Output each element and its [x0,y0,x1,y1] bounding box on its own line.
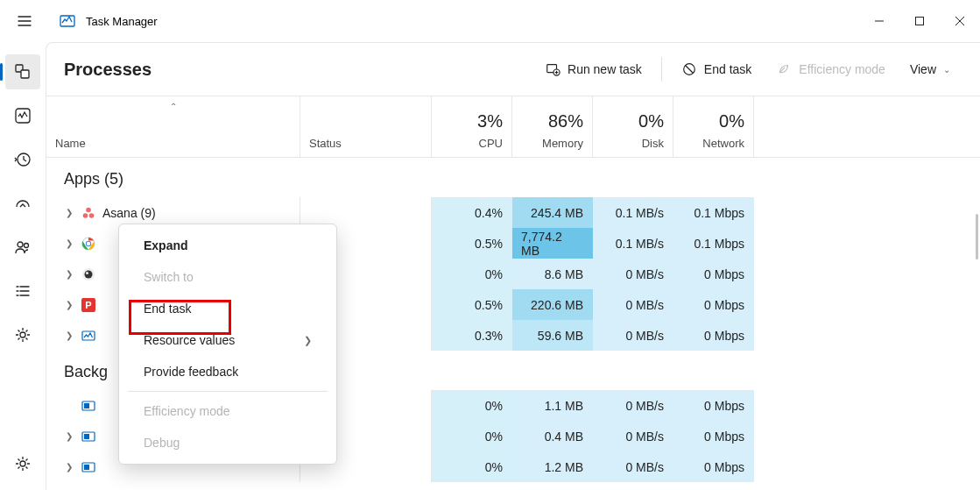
view-dropdown[interactable]: View ⌄ [898,57,962,82]
expander-icon[interactable]: ❯ [66,238,74,248]
col-header-status[interactable]: Status [300,96,432,157]
close-button[interactable] [940,7,980,35]
disk-cell: 0 MB/s [593,320,673,351]
svg-point-13 [86,207,91,212]
title-bar: Task Manager [0,0,980,42]
memory-cell: 1.2 MB [512,451,593,482]
nav-rail [0,42,46,490]
run-new-task-button[interactable]: Run new task [532,56,654,82]
cpu-cell: 0% [432,421,512,451]
process-icon [81,430,95,444]
ctx-end-task[interactable]: End task [119,293,336,324]
ctx-debug: Debug [119,427,336,458]
sort-ascending-icon: ⌃ [170,102,177,111]
network-cell: 0 Mbps [673,451,754,482]
nav-users[interactable] [5,230,40,265]
run-new-task-label: Run new task [568,62,642,76]
ctx-resource-values-label: Resource values [144,333,235,347]
network-cell: 0.1 Mbps [673,197,754,228]
ctx-resource-values[interactable]: Resource values ❯ [119,324,336,356]
nav-startup[interactable] [5,186,40,221]
process-name: Asana (9) [102,206,156,220]
ctx-expand-label: Expand [144,238,188,252]
svg-point-8 [20,332,25,337]
history-icon [14,151,32,168]
hamburger-menu-button[interactable] [7,4,42,39]
minimize-icon [874,16,885,26]
col-memory-label: Memory [542,137,583,150]
col-header-name[interactable]: ⌃ Name [46,96,300,157]
details-icon [14,282,32,300]
svg-text:P: P [85,300,91,310]
efficiency-mode-label: Efficiency mode [799,62,885,76]
app-icon [60,13,75,29]
col-status-label: Status [309,137,422,150]
col-name-label: Name [55,137,291,150]
ctx-expand[interactable]: Expand [119,230,336,261]
memory-cell: 1.1 MB [512,390,593,421]
col-cpu-label: CPU [479,137,503,150]
minimize-button[interactable] [859,7,899,35]
ctx-provide-feedback-label: Provide feedback [144,365,238,379]
scrollbar-thumb[interactable] [976,214,978,259]
svg-point-15 [89,213,95,218]
nav-processes[interactable] [5,54,40,89]
cpu-cell: 0% [432,259,512,289]
chevron-down-icon: ⌄ [943,65,950,75]
disk-cell: 0 MB/s [593,390,673,421]
expander-icon[interactable]: ❯ [66,269,74,279]
expander-icon[interactable]: ❯ [66,300,74,309]
network-cell: 0 Mbps [673,259,754,289]
nav-performance[interactable] [5,98,40,133]
processes-icon [14,63,32,81]
context-menu: Expand Switch to End task Resource value… [118,224,337,465]
col-header-network[interactable]: 0% Network [673,96,754,157]
network-cell: 0.1 Mbps [673,228,754,259]
leaf-icon [776,61,792,77]
expander-icon[interactable]: ❯ [66,462,74,472]
ctx-provide-feedback[interactable]: Provide feedback [119,356,336,387]
memory-cell: 59.6 MB [512,320,593,351]
expander-icon[interactable]: ❯ [66,330,74,340]
process-icon [81,329,95,343]
efficiency-mode-button[interactable]: Efficiency mode [764,56,898,82]
col-disk-label: Disk [642,137,664,150]
maximize-button[interactable] [899,7,940,35]
disk-cell: 0.1 MB/s [593,197,673,228]
nav-app-history[interactable] [5,142,40,177]
performance-icon [14,107,32,124]
expander-icon[interactable]: ❯ [66,208,74,217]
nav-services[interactable] [5,317,40,352]
memory-cell: 220.6 MB [512,289,593,320]
end-task-icon [681,61,697,77]
col-header-cpu[interactable]: 3% CPU [432,96,512,157]
nav-details[interactable] [5,273,40,309]
col-network-label: Network [702,137,744,150]
cpu-cell: 0.5% [432,289,512,320]
nav-settings[interactable] [5,446,40,481]
ctx-separator [128,391,328,392]
svg-point-9 [20,461,25,466]
cpu-cell: 0.5% [432,228,512,259]
cpu-cell: 0% [432,390,512,421]
cpu-usage-pct: 3% [477,111,503,131]
group-header-apps[interactable]: Apps (5) [46,158,754,197]
svg-point-18 [87,241,90,245]
settings-icon [14,455,32,472]
col-header-memory[interactable]: 86% Memory [512,96,593,157]
ctx-efficiency-label: Efficiency mode [144,404,230,418]
toolbar: Processes Run new task End task Efficien… [46,43,980,96]
end-task-label: End task [704,62,751,76]
run-task-icon [545,61,561,77]
end-task-button[interactable]: End task [669,56,764,82]
disk-cell: 0 MB/s [593,451,673,482]
svg-point-14 [83,213,88,218]
app-title: Task Manager [86,15,158,28]
memory-cell: 8.6 MB [512,259,593,289]
process-icon [81,206,95,220]
memory-cell: 0.4 MB [512,421,593,451]
ctx-switch-to: Switch to [119,261,336,293]
services-icon [14,326,32,344]
col-header-disk[interactable]: 0% Disk [593,96,673,157]
expander-icon[interactable]: ❯ [66,431,74,441]
